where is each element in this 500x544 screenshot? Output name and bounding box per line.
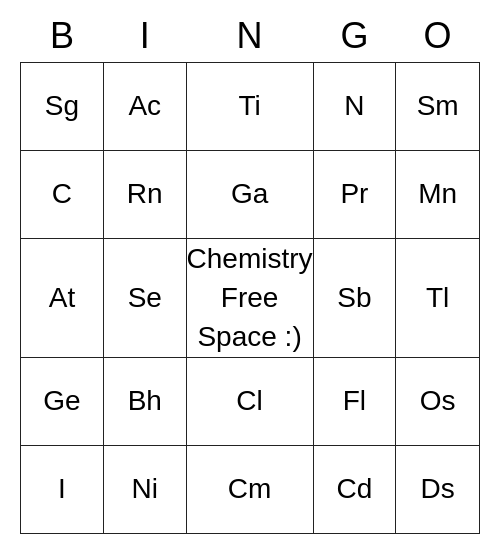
table-row: At Se Chemistry Free Space :) Sb Tl [21,238,480,357]
cell-r5c4: Cd [313,445,396,533]
cell-free-space: Chemistry Free Space :) [186,238,313,357]
col-o: O [396,10,480,62]
cell-r3c4: Sb [313,238,396,357]
cell-r3c2: Se [103,238,186,357]
cell-r4c5: Os [396,357,480,445]
cell-r1c1: Sg [21,62,104,150]
table-row: Sg Ac Ti N Sm [21,62,480,150]
cell-r5c5: Ds [396,445,480,533]
cell-r2c1: C [21,150,104,238]
cell-r5c2: Ni [103,445,186,533]
cell-r1c4: N [313,62,396,150]
cell-r3c5: Tl [396,238,480,357]
cell-r5c3: Cm [186,445,313,533]
table-row: C Rn Ga Pr Mn [21,150,480,238]
cell-r2c4: Pr [313,150,396,238]
col-n: N [186,10,313,62]
cell-r4c4: Fl [313,357,396,445]
col-b: B [21,10,104,62]
header-row: B I N G O [21,10,480,62]
cell-r4c3: Cl [186,357,313,445]
cell-r1c5: Sm [396,62,480,150]
cell-r5c1: I [21,445,104,533]
cell-r2c5: Mn [396,150,480,238]
cell-r2c3: Ga [186,150,313,238]
cell-r1c3: Ti [186,62,313,150]
col-i: I [103,10,186,62]
cell-r1c2: Ac [103,62,186,150]
cell-r4c2: Bh [103,357,186,445]
col-g: G [313,10,396,62]
table-row: I Ni Cm Cd Ds [21,445,480,533]
cell-r4c1: Ge [21,357,104,445]
table-row: Ge Bh Cl Fl Os [21,357,480,445]
cell-r3c1: At [21,238,104,357]
bingo-card: B I N G O Sg Ac Ti N Sm C Rn Ga Pr Mn At… [20,10,480,533]
cell-r2c2: Rn [103,150,186,238]
